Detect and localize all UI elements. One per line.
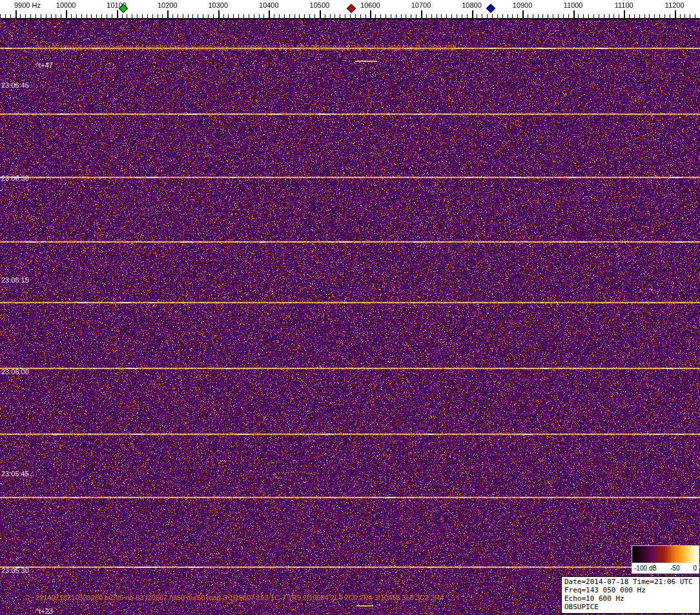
freq-tick-label: 10200 [158,1,178,9]
time-tick-label: 23:06:30 [1,174,29,182]
colorbar-scale-labels: -100 dB -50 0 [632,563,699,573]
info-date-time: Date=2014-07-18 Time=21:06 UTC [564,578,697,586]
freq-tick-label: 10400 [259,1,279,9]
time-tick-label: 23:06:45 [1,81,29,89]
colorbar-legend: -100 dB -50 0 [632,545,699,574]
freq-tick-label: 10300 [208,1,228,9]
event-time-mark-bottom: ^t+23 [36,607,53,615]
freq-tick-label: 10700 [411,1,431,9]
freq-tick-label: 10500 [310,1,330,9]
waterfall-canvas[interactable] [0,19,700,615]
info-echo-frequency: Echo=10 600 Hz [564,594,697,603]
spectrogram-display: 23:06:4523:06:3023:06:1523:06:0023:05:45… [0,19,700,615]
freq-tick-label: 10900 [513,1,533,9]
info-station-name: OBSUPICE [564,603,697,611]
freq-tick-label: 9900 Hz [14,1,41,9]
status-info-box: Date=2014-07-18 Time=21:06 UTC Freq=143 … [561,576,700,614]
freq-tick-label: 11000 [564,1,583,9]
legend-mid-label: -50 [670,565,679,572]
event-time-mark-top: ^t+47 [36,61,53,69]
freq-tick-label: 11200 [665,1,685,9]
colorbar-gradient [632,546,699,563]
event-annotation-top: 20140718210647039 hCnt6 nb-84 f10590 hit… [36,44,457,52]
spectrogram-window: 9900 Hz100001010010200103001040010500106… [0,0,700,615]
freq-tick-label: 10000 [56,1,76,9]
freq-tick-label: 10600 [360,1,380,9]
time-tick-label: 23:05:30 [1,567,29,574]
time-tick-label: 23:06:15 [1,276,29,284]
legend-min-label: -100 dB [634,565,657,572]
freq-tick-label: 11100 [615,1,633,9]
time-tick-label: 23:05:45 [1,470,29,478]
legend-max-label: 0 [693,565,697,572]
frequency-ruler: 9900 Hz100001010010200103001040010500106… [0,0,700,19]
time-tick-label: 23:06:00 [1,368,29,376]
event-annotation-bottom: 20140718210523260 hCnt5 nb-83 f10607 hit… [36,594,444,601]
info-receiver-frequency: Freq=143 050 000 Hz [564,586,697,594]
freq-tick-label: 10800 [462,1,482,9]
